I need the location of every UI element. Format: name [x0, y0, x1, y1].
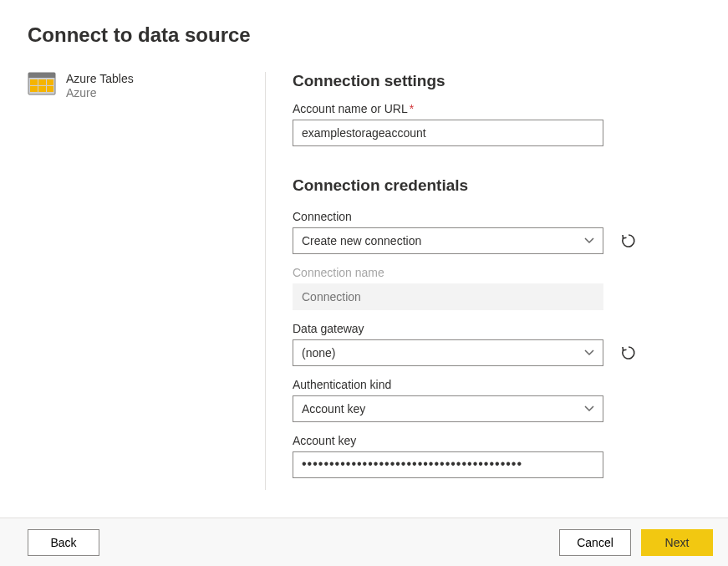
connection-name-label: Connection name [293, 266, 700, 279]
connection-select[interactable]: Create new connection [293, 227, 603, 254]
chevron-down-icon [584, 236, 594, 246]
connection-select-value: Create new connection [302, 234, 421, 247]
next-button[interactable]: Next [641, 529, 713, 556]
svg-rect-1 [28, 73, 55, 78]
connection-credentials-heading: Connection credentials [293, 176, 700, 195]
svg-rect-5 [30, 86, 38, 92]
data-source-publisher: Azure [66, 86, 134, 99]
svg-rect-4 [47, 79, 53, 85]
connection-name-input [293, 283, 603, 310]
back-button[interactable]: Back [28, 529, 99, 556]
cancel-button[interactable]: Cancel [559, 529, 631, 556]
connection-label: Connection [293, 210, 700, 223]
refresh-connection-button[interactable] [619, 231, 639, 251]
chevron-down-icon [584, 404, 594, 414]
authentication-kind-select-value: Account key [302, 402, 365, 416]
data-gateway-select-value: (none) [302, 346, 335, 359]
footer-bar: Back Cancel Next [0, 518, 728, 566]
data-gateway-select[interactable]: (none) [293, 339, 603, 366]
svg-rect-6 [38, 86, 46, 92]
svg-rect-2 [30, 79, 38, 85]
azure-tables-icon [28, 72, 56, 95]
data-gateway-label: Data gateway [293, 322, 700, 335]
account-url-input[interactable] [293, 120, 603, 146]
connection-settings-heading: Connection settings [293, 72, 700, 90]
page-title: Connect to data source [0, 0, 728, 47]
chevron-down-icon [584, 348, 594, 358]
svg-rect-7 [47, 86, 53, 92]
authentication-kind-select[interactable]: Account key [293, 395, 603, 422]
account-url-label: Account name or URL* [293, 102, 700, 115]
account-key-label: Account key [293, 434, 700, 447]
data-source-name: Azure Tables [66, 72, 134, 85]
svg-rect-3 [38, 79, 46, 85]
refresh-icon [620, 344, 637, 361]
refresh-icon [620, 232, 637, 249]
refresh-gateway-button[interactable] [619, 343, 639, 363]
authentication-kind-label: Authentication kind [293, 378, 700, 391]
account-key-input[interactable]: •••••••••••••••••••••••••••••••••••••••• [293, 451, 603, 478]
data-source-item: Azure Tables Azure [28, 72, 252, 99]
